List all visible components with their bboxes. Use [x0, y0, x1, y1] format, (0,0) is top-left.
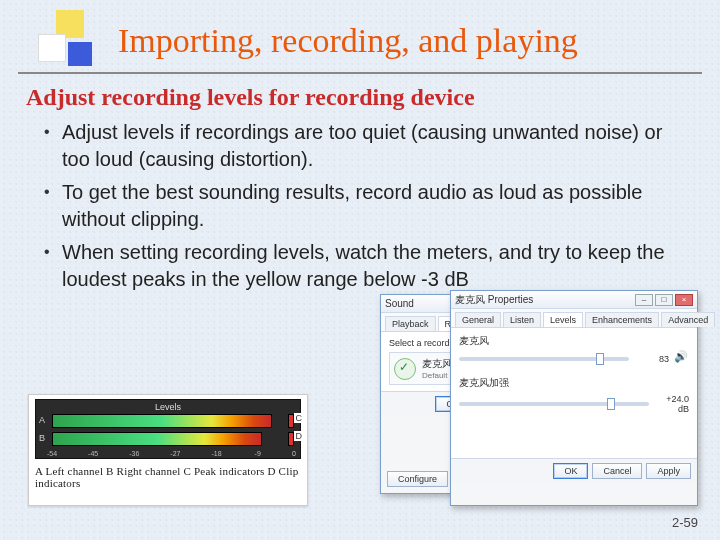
configure-button[interactable]: Configure [387, 471, 448, 487]
sound-dialog-title: Sound [385, 298, 414, 309]
mic-level-label: 麦克风 [459, 334, 689, 348]
cancel-button[interactable]: Cancel [592, 463, 642, 479]
scale-tick: -9 [255, 450, 261, 457]
channel-label-b: B [39, 433, 45, 443]
maximize-button[interactable]: □ [655, 294, 673, 306]
bullet-item: To get the best sounding results, record… [44, 179, 690, 233]
levels-scale: -54 -45 -36 -27 -18 -9 0 [52, 449, 294, 457]
slider-thumb[interactable] [607, 398, 615, 410]
microphone-icon [394, 358, 416, 380]
scale-tick: -45 [88, 450, 98, 457]
scale-tick: -27 [170, 450, 180, 457]
channel-label-a: A [39, 415, 45, 425]
slider-thumb[interactable] [596, 353, 604, 365]
decorative-squares [38, 10, 98, 66]
apply-button[interactable]: Apply [646, 463, 691, 479]
indicator-label-d: D [294, 431, 305, 441]
tab-enhancements[interactable]: Enhancements [585, 312, 659, 327]
properties-dialog-title: 麦克风 Properties [455, 293, 533, 307]
section-subhead: Adjust recording levels for recording de… [26, 84, 690, 111]
mic-properties-dialog: 麦克风 Properties – □ × General Listen Leve… [450, 290, 698, 506]
tab-advanced[interactable]: Advanced [661, 312, 715, 327]
scale-tick: -54 [47, 450, 57, 457]
mic-boost-value: +24.0 dB [655, 394, 689, 414]
windows-dialog-screenshot: Sound – □ × Playback Recording Select a … [380, 290, 700, 510]
level-bar-left [52, 414, 272, 428]
levels-panel-title: Levels [155, 402, 181, 412]
mic-boost-slider[interactable] [459, 402, 649, 406]
levels-panel: Levels A B C D -54 -45 -36 -27 -18 -9 0 [35, 399, 301, 459]
bullet-item: When setting recording levels, watch the… [44, 239, 690, 293]
bullet-item: Adjust levels if recordings are too quie… [44, 119, 690, 173]
mic-boost-label: 麦克风加强 [459, 376, 689, 390]
levels-meter-figure: Levels A B C D -54 -45 -36 -27 -18 -9 0 … [28, 394, 308, 506]
slide-title: Importing, recording, and playing [18, 10, 702, 60]
levels-legend: A Left channel B Right channel C Peak in… [35, 465, 301, 489]
tab-playback[interactable]: Playback [385, 316, 436, 331]
page-number: 2-59 [672, 515, 698, 530]
tab-listen[interactable]: Listen [503, 312, 541, 327]
scale-tick: 0 [292, 450, 296, 457]
indicator-label-c: C [294, 413, 305, 423]
scale-tick: -36 [129, 450, 139, 457]
scale-tick: -18 [211, 450, 221, 457]
tab-general[interactable]: General [455, 312, 501, 327]
speaker-icon[interactable] [675, 352, 689, 366]
tab-levels[interactable]: Levels [543, 312, 583, 327]
mic-level-slider[interactable] [459, 357, 629, 361]
bullet-list: Adjust levels if recordings are too quie… [26, 119, 690, 293]
close-button[interactable]: × [675, 294, 693, 306]
mic-level-value: 83 [635, 354, 669, 364]
ok-button[interactable]: OK [553, 463, 588, 479]
level-bar-right [52, 432, 262, 446]
minimize-button[interactable]: – [635, 294, 653, 306]
